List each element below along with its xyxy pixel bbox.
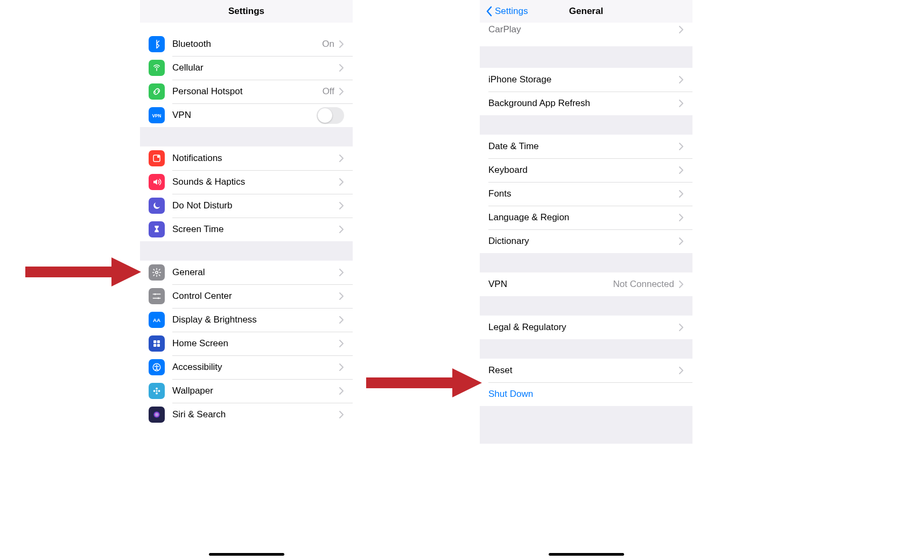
grid-icon <box>149 335 165 352</box>
chevron-right-icon <box>339 64 344 72</box>
chevron-right-icon <box>339 410 344 419</box>
general-scroll[interactable]: CarPlay iPhone StorageBackground App Ref… <box>480 23 692 560</box>
row-vpn[interactable]: VPNVPN <box>140 103 353 127</box>
row-label: Sounds & Haptics <box>172 177 339 187</box>
bell-icon <box>149 150 165 166</box>
chevron-right-icon <box>339 201 344 210</box>
row-language-region[interactable]: Language & Region <box>480 206 692 229</box>
row-notifications[interactable]: Notifications <box>140 146 353 170</box>
row-date-time[interactable]: Date & Time <box>480 135 692 158</box>
row-label: Wallpaper <box>172 386 339 396</box>
back-button[interactable]: Settings <box>485 0 528 23</box>
row-legal-regulatory[interactable]: Legal & Regulatory <box>480 316 692 339</box>
aa-icon: AA <box>149 312 165 328</box>
row-iphone-storage[interactable]: iPhone Storage <box>480 68 692 92</box>
bluetooth-icon <box>149 36 165 52</box>
row-vpn[interactable]: VPNNot Connected <box>480 272 692 296</box>
svg-rect-10 <box>153 344 156 347</box>
vpn-icon: VPN <box>149 107 165 123</box>
row-label: Siri & Search <box>172 409 339 420</box>
sound-icon <box>149 174 165 190</box>
section-gap <box>480 406 692 444</box>
row-fonts[interactable]: Fonts <box>480 182 692 206</box>
row-carplay[interactable]: CarPlay <box>480 23 692 46</box>
chevron-right-icon <box>339 225 344 234</box>
svg-rect-0 <box>156 68 157 71</box>
row-display-brightness[interactable]: AADisplay & Brightness <box>140 308 353 332</box>
row-label: Shut Down <box>488 389 684 400</box>
chevron-right-icon <box>678 25 684 34</box>
gear-icon <box>149 264 165 281</box>
chevron-right-icon <box>339 316 344 324</box>
svg-text:VPN: VPN <box>152 114 162 118</box>
row-label: Keyboard <box>488 165 678 176</box>
home-indicator <box>549 553 624 556</box>
row-value: Off <box>323 86 334 97</box>
svg-point-19 <box>153 411 160 418</box>
svg-marker-23 <box>452 368 482 397</box>
annotation-arrow-right <box>366 368 482 397</box>
navbar-general: Settings General <box>480 0 692 23</box>
chevron-right-icon <box>678 75 684 84</box>
row-value: Not Connected <box>613 279 674 290</box>
chevron-right-icon <box>339 87 344 96</box>
row-value: On <box>322 39 334 50</box>
row-bluetooth[interactable]: BluetoothOn <box>140 32 353 56</box>
flower-icon <box>149 383 165 399</box>
chevron-right-icon <box>678 99 684 108</box>
row-general[interactable]: General <box>140 261 353 284</box>
row-label: Display & Brightness <box>172 314 339 325</box>
row-sounds-haptics[interactable]: Sounds & Haptics <box>140 170 353 194</box>
row-do-not-disturb[interactable]: Do Not Disturb <box>140 194 353 218</box>
toggle[interactable] <box>317 107 344 124</box>
row-keyboard[interactable]: Keyboard <box>480 158 692 182</box>
row-label: Background App Refresh <box>488 98 678 109</box>
siri-icon <box>149 407 165 423</box>
section-gap <box>480 46 692 68</box>
chevron-right-icon <box>339 292 344 300</box>
page-title: General <box>569 6 603 17</box>
row-control-center[interactable]: Control Center <box>140 284 353 308</box>
svg-point-15 <box>156 388 158 390</box>
row-label: Bluetooth <box>172 39 322 50</box>
annotation-arrow-left <box>25 257 141 286</box>
row-dictionary[interactable]: Dictionary <box>480 229 692 253</box>
row-background-app-refresh[interactable]: Background App Refresh <box>480 92 692 115</box>
svg-point-4 <box>156 271 158 274</box>
row-wallpaper[interactable]: Wallpaper <box>140 379 353 403</box>
row-label: iPhone Storage <box>488 74 678 85</box>
row-accessibility[interactable]: Accessibility <box>140 355 353 379</box>
row-label: Legal & Regulatory <box>488 322 678 333</box>
row-label: Screen Time <box>172 224 339 235</box>
chevron-right-icon <box>339 339 344 348</box>
row-home-screen[interactable]: Home Screen <box>140 332 353 355</box>
row-cutoff[interactable] <box>140 23 353 32</box>
row-cellular[interactable]: Cellular <box>140 56 353 80</box>
svg-rect-8 <box>153 340 156 343</box>
svg-marker-21 <box>111 257 141 286</box>
svg-point-16 <box>156 393 158 395</box>
link-icon <box>149 83 165 100</box>
svg-point-3 <box>157 156 160 158</box>
svg-point-17 <box>153 390 156 392</box>
svg-point-13 <box>156 365 157 366</box>
row-siri-search[interactable]: Siri & Search <box>140 403 353 426</box>
settings-scroll[interactable]: BluetoothOnCellularPersonal HotspotOffVP… <box>140 23 353 560</box>
row-label: Fonts <box>488 188 678 199</box>
moon-icon <box>149 198 165 214</box>
row-screen-time[interactable]: Screen Time <box>140 218 353 241</box>
row-personal-hotspot[interactable]: Personal HotspotOff <box>140 80 353 103</box>
row-label: Date & Time <box>488 141 678 152</box>
row-label: Language & Region <box>488 212 678 223</box>
chevron-right-icon <box>678 280 684 289</box>
row-label: Accessibility <box>172 362 339 373</box>
row-reset[interactable]: Reset <box>480 359 692 382</box>
chevron-right-icon <box>339 178 344 186</box>
row-label: Notifications <box>172 153 339 164</box>
svg-point-18 <box>158 390 160 392</box>
row-label: Reset <box>488 365 678 376</box>
sliders-icon <box>149 288 165 304</box>
row-shut-down[interactable]: Shut Down <box>480 382 692 406</box>
svg-text:AA: AA <box>153 317 160 323</box>
section-gap <box>480 115 692 135</box>
